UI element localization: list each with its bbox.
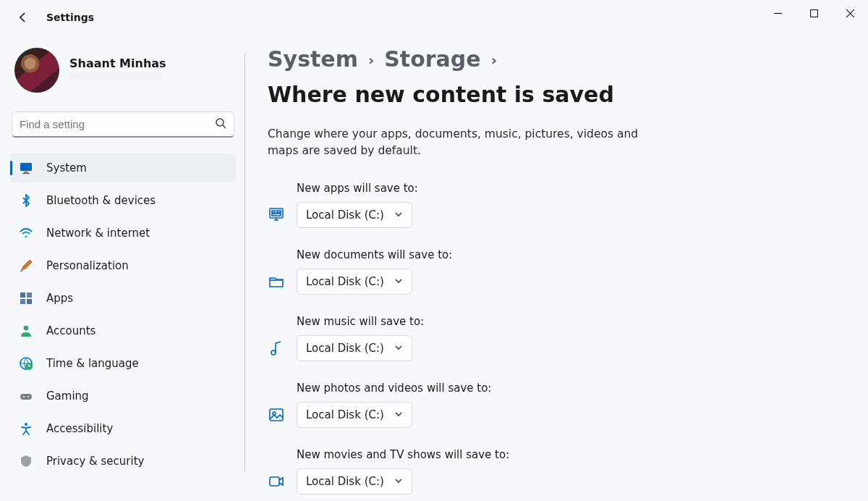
sidebar-item-label: Accounts — [46, 324, 95, 337]
setting-label: New photos and videos will save to: — [297, 382, 825, 395]
setting-new-apps: New apps will save to: Local Disk (C:) — [268, 182, 825, 228]
setting-new-movies-tv: New movies and TV shows will save to: Lo… — [268, 448, 825, 494]
accessibility-icon — [19, 421, 33, 436]
svg-rect-4 — [22, 173, 30, 174]
svg-point-10 — [24, 326, 29, 331]
chevron-down-icon — [394, 408, 403, 421]
sidebar-item-label: Apps — [46, 292, 73, 305]
apps-icon — [19, 291, 33, 306]
svg-rect-24 — [270, 477, 279, 486]
sidebar-item-label: Bluetooth & devices — [46, 194, 156, 207]
sidebar-item-gaming[interactable]: Gaming — [10, 382, 236, 411]
svg-point-16 — [25, 423, 27, 426]
maximize-button[interactable] — [796, 0, 832, 26]
breadcrumb-system[interactable]: System — [268, 46, 358, 72]
sidebar-item-label: Network & internet — [46, 227, 150, 240]
breadcrumb-storage[interactable]: Storage — [384, 46, 480, 72]
sidebar-item-bluetooth[interactable]: Bluetooth & devices — [10, 186, 236, 215]
search-icon — [215, 117, 226, 132]
profile-name: Shaant Minhas — [69, 56, 166, 70]
dropdown-value: Local Disk (C:) — [306, 475, 384, 488]
svg-rect-3 — [24, 172, 28, 173]
movies-location-dropdown[interactable]: Local Disk (C:) — [297, 468, 412, 494]
globe-clock-icon — [19, 356, 33, 371]
dropdown-value: Local Disk (C:) — [306, 342, 384, 355]
chevron-down-icon — [394, 475, 403, 488]
sidebar-item-network[interactable]: Network & internet — [10, 219, 236, 248]
svg-point-1 — [216, 119, 224, 126]
close-button[interactable] — [832, 0, 868, 26]
svg-rect-13 — [20, 394, 32, 400]
svg-rect-19 — [277, 211, 281, 213]
photos-location-dropdown[interactable]: Local Disk (C:) — [297, 402, 412, 428]
svg-rect-6 — [20, 292, 25, 298]
sidebar-item-label: System — [46, 161, 87, 174]
chevron-down-icon — [394, 209, 403, 222]
shield-icon — [19, 454, 33, 468]
sidebar-item-label: Accessibility — [46, 422, 113, 435]
setting-label: New music will save to: — [297, 315, 825, 328]
page-description: Change where your apps, documents, music… — [268, 126, 651, 160]
svg-point-5 — [25, 235, 27, 237]
sidebar-item-accessibility[interactable]: Accessibility — [10, 414, 236, 443]
sidebar-item-accounts[interactable]: Accounts — [10, 316, 236, 345]
paintbrush-icon — [19, 258, 33, 273]
setting-label: New documents will save to: — [297, 248, 825, 261]
setting-label: New apps will save to: — [297, 182, 825, 195]
sidebar-item-time-language[interactable]: Time & language — [10, 349, 236, 378]
system-icon — [19, 161, 33, 175]
nav-list: System Bluetooth & devices Network & int… — [10, 153, 236, 476]
apps-location-dropdown[interactable]: Local Disk (C:) — [297, 202, 412, 228]
svg-rect-0 — [810, 9, 817, 17]
dropdown-value: Local Disk (C:) — [306, 408, 384, 421]
svg-rect-8 — [20, 299, 25, 304]
wifi-icon — [19, 226, 33, 240]
svg-rect-20 — [272, 214, 281, 216]
sidebar: Shaant Minhas System Bluetooth & devices — [0, 39, 246, 479]
image-icon — [268, 406, 285, 424]
svg-rect-22 — [270, 409, 283, 421]
profile-block[interactable]: Shaant Minhas — [10, 39, 236, 111]
gamepad-icon — [19, 389, 33, 403]
monitor-icon — [268, 206, 285, 224]
sidebar-item-label: Time & language — [46, 357, 139, 370]
app-title: Settings — [46, 12, 94, 23]
bluetooth-icon — [19, 193, 33, 208]
sidebar-item-label: Privacy & security — [46, 455, 144, 468]
person-icon — [19, 324, 33, 338]
setting-label: New movies and TV shows will save to: — [297, 448, 825, 461]
svg-rect-9 — [27, 299, 32, 304]
search-input[interactable] — [12, 118, 234, 130]
folder-icon — [268, 273, 285, 290]
titlebar: Settings — [0, 0, 868, 35]
sidebar-item-privacy[interactable]: Privacy & security — [10, 447, 236, 476]
content-divider — [244, 54, 245, 472]
svg-rect-18 — [272, 211, 275, 213]
svg-rect-7 — [27, 292, 32, 298]
setting-new-documents: New documents will save to: Local Disk (… — [268, 248, 825, 295]
window-controls — [760, 0, 868, 26]
sidebar-item-label: Personalization — [46, 259, 129, 272]
svg-point-14 — [23, 396, 25, 397]
video-icon — [268, 473, 285, 490]
music-location-dropdown[interactable]: Local Disk (C:) — [297, 335, 412, 361]
search-box[interactable] — [12, 111, 234, 138]
documents-location-dropdown[interactable]: Local Disk (C:) — [297, 269, 412, 295]
chevron-right-icon: › — [491, 51, 497, 69]
avatar — [14, 48, 59, 93]
dropdown-value: Local Disk (C:) — [306, 209, 384, 222]
profile-email-redacted — [69, 72, 163, 81]
chevron-right-icon: › — [368, 51, 374, 69]
chevron-down-icon — [394, 275, 403, 288]
sidebar-item-personalization[interactable]: Personalization — [10, 251, 236, 280]
dropdown-value: Local Disk (C:) — [306, 275, 384, 288]
chevron-down-icon — [394, 342, 403, 355]
minimize-button[interactable] — [760, 0, 796, 26]
setting-new-music: New music will save to: Local Disk (C:) — [268, 315, 825, 361]
sidebar-item-apps[interactable]: Apps — [10, 284, 236, 313]
sidebar-item-label: Gaming — [46, 390, 89, 403]
music-note-icon — [268, 340, 285, 357]
breadcrumb: System › Storage › Where new content is … — [268, 46, 825, 107]
sidebar-item-system[interactable]: System — [10, 153, 236, 182]
back-button[interactable] — [16, 10, 30, 25]
